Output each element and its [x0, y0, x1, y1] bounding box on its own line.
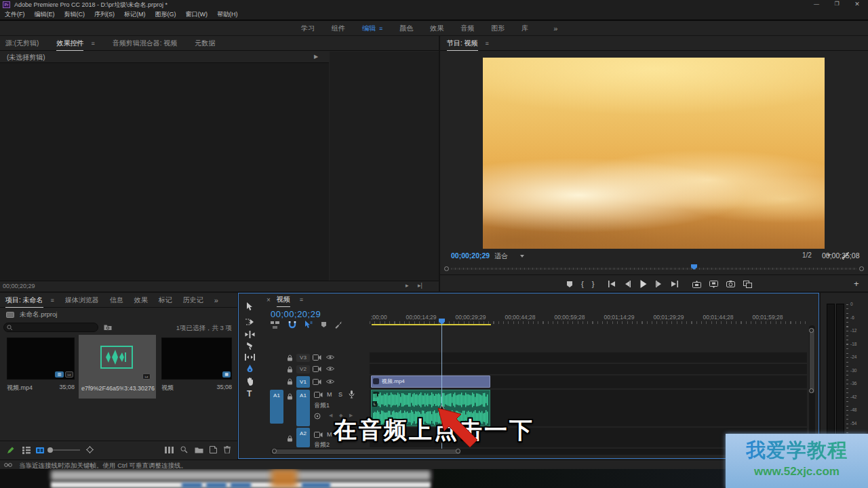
timeline-ruler[interactable]: ;00;00 00;00;14;29 00;00;29;29 00;00;44;… [370, 310, 807, 325]
track-output-icon[interactable] [313, 354, 321, 361]
tab-effects[interactable]: 效果 [134, 296, 148, 305]
project-panel-menu-icon[interactable]: ≡ [51, 297, 54, 304]
marker-icon[interactable] [566, 281, 573, 288]
razor-tool-icon[interactable] [246, 342, 254, 350]
tab-history[interactable]: 历史记 [183, 296, 203, 305]
zoom-slider-thumb[interactable] [47, 447, 53, 453]
track-v1-badge[interactable]: V1 [296, 376, 310, 388]
menu-marker[interactable]: 标记(M) [124, 10, 146, 19]
lock-icon[interactable] [287, 393, 293, 400]
mute-button[interactable]: M [327, 391, 332, 398]
tab-effect-controls[interactable]: 效果控件 [56, 39, 83, 48]
go-to-in-icon[interactable] [608, 281, 616, 287]
workspace-menu-icon[interactable]: ≡ [379, 25, 382, 32]
menu-edit[interactable]: 编辑(E) [35, 10, 55, 19]
menu-graphics[interactable]: 图形(G) [155, 10, 176, 19]
track-v3-content[interactable] [370, 352, 807, 363]
workspace-tab-effects[interactable]: 效果 [430, 24, 443, 33]
lift-icon[interactable] [692, 281, 701, 288]
lock-icon[interactable] [287, 435, 293, 442]
timeline-settings-wrench-icon[interactable] [334, 321, 342, 329]
comparison-view-icon[interactable] [743, 281, 752, 288]
track-a2-badge[interactable]: A2 [296, 428, 310, 447]
play-audio-icon[interactable]: ▸ [406, 282, 409, 289]
new-bin-icon[interactable] [195, 447, 203, 453]
maximize-button[interactable]: ❐ [827, 1, 846, 7]
tab-audio-clip-mixer[interactable]: 音频剪辑混合器: 视频 [113, 39, 178, 48]
effect-controls-panel-menu-icon[interactable]: ≡ [91, 40, 94, 47]
tab-metadata[interactable]: 元数据 [195, 39, 215, 48]
mute-button[interactable]: M [327, 431, 332, 438]
lock-icon[interactable] [287, 354, 293, 361]
go-to-out-icon[interactable] [671, 281, 679, 287]
menu-sequence[interactable]: 序列(S) [94, 10, 115, 19]
minimize-button[interactable]: — [807, 1, 826, 7]
timeline-video-clip[interactable]: 视频.mp4 [371, 375, 490, 388]
track-output-icon[interactable] [313, 366, 321, 372]
workspace-tab-assembly[interactable]: 组件 [332, 24, 345, 33]
timeline-v-scrollbar[interactable] [809, 325, 815, 450]
project-item-audio[interactable]: ↦ e7f9%2F46a5%... 3:43.30276 [80, 338, 155, 396]
workspace-tab-learn[interactable]: 学习 [301, 24, 315, 33]
program-scrubber[interactable] [444, 264, 864, 273]
track-enable-icon[interactable] [314, 392, 323, 398]
source-patch-a1[interactable]: A1 [270, 390, 283, 424]
track-enable-icon[interactable] [314, 432, 323, 438]
writable-pencil-icon[interactable] [7, 447, 14, 454]
scrubber-left-handle[interactable] [444, 266, 449, 271]
project-item-sequence[interactable]: ▦ 视频 35;08 [160, 338, 235, 396]
pen-tool-icon[interactable] [246, 365, 254, 374]
timeline-timecode[interactable]: 00;00;20;29 [271, 309, 321, 319]
mark-in-icon[interactable]: { [581, 280, 584, 288]
track-v3-badge[interactable]: V3 [296, 354, 310, 362]
voiceover-mic-icon[interactable] [349, 390, 355, 399]
program-panel-menu-icon[interactable]: ≡ [486, 40, 489, 47]
ripple-edit-tool-icon[interactable] [245, 331, 255, 338]
automate-to-sequence-icon[interactable] [165, 447, 174, 453]
track-a1-badge[interactable]: A1 [296, 390, 310, 426]
fit-dropdown[interactable]: 适合 [494, 251, 524, 261]
menu-clip[interactable]: 剪辑(C) [64, 10, 85, 19]
track-v2-badge[interactable]: V2 [296, 365, 310, 373]
tab-media-browser[interactable]: 媒体浏览器 [65, 296, 99, 305]
thumbnail-zoom-slider[interactable] [47, 449, 80, 451]
hand-tool-icon[interactable] [246, 377, 254, 386]
play-button-icon[interactable] [639, 280, 647, 288]
selection-tool-icon[interactable] [246, 302, 254, 311]
work-area-bar[interactable] [372, 324, 491, 325]
tab-info[interactable]: 信息 [110, 296, 123, 305]
show-keyframes-icon[interactable] [314, 413, 321, 420]
export-frame-camera-icon[interactable] [726, 281, 735, 287]
eye-icon[interactable] [326, 379, 334, 384]
menu-file[interactable]: 文件(F) [5, 10, 25, 19]
collapse-caret-icon[interactable]: ▶ [314, 54, 318, 60]
lock-icon[interactable] [287, 378, 293, 385]
project-search-input[interactable] [3, 323, 98, 332]
tab-program-monitor[interactable]: 节目: 视频 [447, 39, 478, 48]
insert-overwrite-icon[interactable] [271, 321, 279, 329]
search-bin-folder-icon[interactable] [104, 323, 112, 331]
item-name[interactable]: 视频 [161, 384, 174, 392]
workspace-overflow-chevron[interactable]: » [553, 24, 557, 33]
step-back-icon[interactable] [624, 281, 631, 287]
lock-icon[interactable] [287, 366, 293, 373]
loop-icon[interactable]: ▸| [418, 282, 422, 289]
tab-project[interactable]: 项目: 未命名 [5, 296, 43, 305]
icon-view-icon[interactable] [36, 447, 44, 454]
tab-markers[interactable]: 标记 [159, 296, 172, 305]
menu-help[interactable]: 帮助(H) [217, 10, 238, 19]
trash-icon[interactable] [224, 446, 231, 453]
tab-source-monitor[interactable]: 源:(无剪辑) [5, 39, 39, 48]
solo-button[interactable]: S [338, 391, 342, 398]
workspace-tab-editing[interactable]: 编辑 [362, 24, 376, 33]
track-v2-content[interactable] [370, 364, 807, 374]
linked-selection-icon[interactable] [304, 321, 313, 329]
project-item-video[interactable]: ▥ ↦ 视频.mp4 35;08 [5, 338, 76, 396]
sort-icon[interactable] [86, 446, 94, 453]
mark-out-icon[interactable]: } [592, 280, 595, 288]
list-view-icon[interactable] [22, 447, 31, 454]
slip-tool-icon[interactable] [245, 354, 255, 361]
step-forward-icon[interactable] [655, 281, 663, 287]
scrubber-right-handle[interactable] [859, 266, 864, 271]
snap-magnet-icon[interactable] [288, 321, 296, 329]
